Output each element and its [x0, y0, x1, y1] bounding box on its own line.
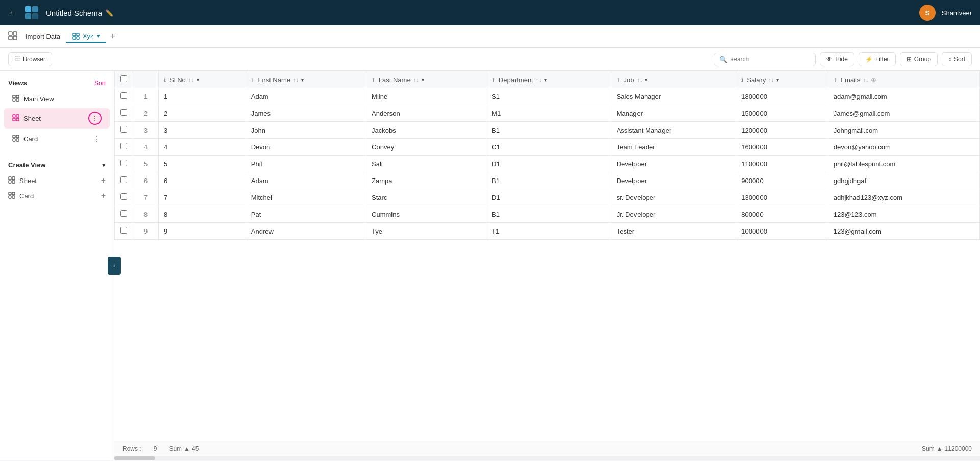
add-tab-button[interactable]: +: [108, 31, 118, 42]
svg-rect-28: [9, 192, 11, 195]
job-chevron-icon[interactable]: ▾: [645, 77, 647, 83]
sidebar-item-main-view[interactable]: Main View: [4, 91, 110, 107]
salary-chevron-icon[interactable]: ▾: [776, 77, 779, 83]
sl-no-sort-icon[interactable]: ↑↓: [188, 76, 194, 83]
sheet-grid-icon: [12, 114, 19, 123]
svg-rect-6: [9, 36, 12, 40]
row-num-3: 4: [133, 139, 159, 156]
sidebar-item-sheet[interactable]: Sheet ⋮: [4, 108, 110, 129]
browser-button[interactable]: ☰ Browser: [8, 52, 52, 66]
card-menu-button[interactable]: ⋮: [91, 133, 102, 145]
svg-rect-17: [16, 115, 19, 117]
svg-rect-12: [13, 95, 15, 98]
tab-dropdown-icon[interactable]: ▾: [97, 33, 100, 39]
last-name-sort-icon[interactable]: ↑↓: [413, 76, 419, 83]
cell-salary-7: 800000: [736, 206, 828, 223]
table-row: 2 2 James Anderson M1 Manager 1500000 Ja…: [115, 105, 980, 122]
svg-rect-25: [12, 177, 15, 180]
col-last-name[interactable]: T Last Name ↑↓ ▾: [366, 71, 486, 88]
sidebar: Views Sort Main View: [0, 71, 114, 460]
sidebar-item-card[interactable]: Card ⋮: [4, 130, 110, 148]
sidebar-sort-button[interactable]: Sort: [94, 80, 106, 87]
svg-rect-21: [16, 135, 19, 138]
sl-no-chevron-icon[interactable]: ▾: [197, 77, 199, 83]
svg-rect-20: [13, 135, 15, 138]
sort-button[interactable]: ↕ Sort: [942, 52, 972, 66]
job-sort-icon[interactable]: ↑↓: [636, 76, 642, 83]
row-checkbox-0[interactable]: [115, 88, 133, 105]
emails-sort-icon[interactable]: ↑↓: [863, 76, 868, 83]
create-view-chevron-icon: ▾: [102, 161, 106, 169]
sidebar-collapse-button[interactable]: ‹: [108, 257, 121, 275]
cell-salary-2: 1200000: [736, 122, 828, 139]
cell-dept-3: C1: [486, 139, 611, 156]
create-sheet-add-icon[interactable]: +: [101, 176, 106, 185]
svg-rect-9: [77, 33, 79, 36]
col-emails[interactable]: T Emails ↑↓ ⊕: [828, 71, 979, 88]
filter-button[interactable]: ⚡ Filter: [859, 52, 896, 66]
cell-email-6: adhjkhad123@xyz.com: [828, 189, 979, 206]
cell-job-0: Sales Manager: [611, 88, 736, 105]
dept-sort-icon[interactable]: ↑↓: [536, 76, 542, 83]
create-view-sheet-item[interactable]: Sheet +: [8, 173, 106, 188]
edit-icon[interactable]: ✏️: [105, 9, 113, 17]
last-name-chevron-icon[interactable]: ▾: [422, 77, 424, 83]
cell-sl-1: 2: [159, 105, 246, 122]
col-job[interactable]: T Job ↑↓ ▾: [611, 71, 736, 88]
svg-rect-24: [9, 177, 11, 180]
group-button[interactable]: ⊞ Group: [900, 52, 938, 66]
card-icon: [12, 135, 19, 143]
cell-last-0: Milne: [366, 88, 486, 105]
create-view-card-item[interactable]: Card +: [8, 188, 106, 203]
row-checkbox-2[interactable]: [115, 122, 133, 139]
horizontal-scrollbar[interactable]: [114, 456, 980, 460]
create-card-add-icon[interactable]: +: [101, 191, 106, 200]
active-tab[interactable]: Xyz ▾: [66, 30, 106, 43]
col-department[interactable]: T Department ↑↓ ▾: [486, 71, 611, 88]
row-checkbox-8[interactable]: [115, 223, 133, 240]
row-checkbox-1[interactable]: [115, 105, 133, 122]
svg-rect-8: [73, 33, 76, 36]
first-name-chevron-icon[interactable]: ▾: [301, 77, 304, 83]
table-wrapper[interactable]: ℹ Sl No ↑↓ ▾ T First Name ↑↓ ▾: [114, 71, 980, 441]
search-input[interactable]: [730, 56, 810, 63]
grid-view-icon[interactable]: [8, 31, 17, 42]
cell-dept-8: T1: [486, 223, 611, 240]
row-checkbox-6[interactable]: [115, 189, 133, 206]
svg-rect-16: [13, 115, 15, 117]
sl-sum: Sum ▲ 45: [169, 445, 199, 452]
cell-job-6: sr. Developer: [611, 189, 736, 206]
add-col-button[interactable]: ⊕: [871, 76, 876, 84]
salary-sum: Sum ▲ 11200000: [922, 445, 972, 452]
row-checkbox-3[interactable]: [115, 139, 133, 156]
svg-rect-3: [32, 13, 38, 19]
svg-rect-15: [16, 99, 19, 101]
create-view-header[interactable]: Create View ▾: [8, 161, 106, 169]
col-salary[interactable]: ℹ Salary ↑↓ ▾: [736, 71, 828, 88]
col-first-name[interactable]: T First Name ↑↓ ▾: [246, 71, 366, 88]
first-name-sort-icon[interactable]: ↑↓: [293, 76, 299, 83]
row-checkbox-7[interactable]: [115, 206, 133, 223]
app-title: Untitled Schema ✏️: [46, 9, 113, 17]
col-row-num: [133, 71, 159, 88]
search-box[interactable]: 🔍: [714, 53, 816, 66]
cell-last-4: Salt: [366, 156, 486, 172]
cell-email-2: Johngmail.com: [828, 122, 979, 139]
col-sl-no[interactable]: ℹ Sl No ↑↓ ▾: [159, 71, 246, 88]
scrollbar-thumb[interactable]: [114, 456, 155, 460]
sum-value-salary: 11200000: [945, 445, 972, 452]
salary-sort-icon[interactable]: ↑↓: [768, 76, 774, 83]
dept-chevron-icon[interactable]: ▾: [544, 77, 547, 83]
cell-sl-4: 5: [159, 156, 246, 172]
filter-icon: ⚡: [865, 56, 873, 63]
row-checkbox-5[interactable]: [115, 172, 133, 189]
col-checkbox[interactable]: [115, 71, 133, 88]
sum-arrow-sl: ▲: [184, 445, 190, 452]
row-num-7: 8: [133, 206, 159, 223]
import-data-btn[interactable]: Import Data: [21, 31, 64, 42]
sheet-menu-button[interactable]: ⋮: [88, 112, 102, 125]
select-all-checkbox[interactable]: [120, 75, 127, 82]
hide-button[interactable]: 👁 Hide: [820, 52, 854, 66]
back-button[interactable]: ←: [8, 8, 17, 18]
row-checkbox-4[interactable]: [115, 156, 133, 172]
